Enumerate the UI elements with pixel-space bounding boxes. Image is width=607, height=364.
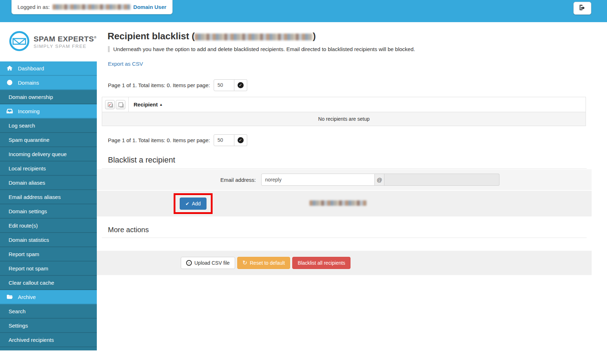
email-domain-redacted xyxy=(309,200,367,206)
sidebar-item-domain-settings[interactable]: Domain settings xyxy=(0,204,97,219)
sidebar-item-domains[interactable]: Domains xyxy=(0,76,97,90)
home-icon xyxy=(6,65,13,71)
pagination-top: Page 1 of 1. Total items: 0. Items per p… xyxy=(108,79,592,91)
logged-in-box: Logged in as: Domain User xyxy=(11,0,173,14)
sidebar-item-report-spam[interactable]: Report spam xyxy=(0,247,97,261)
sidebar-item-incoming[interactable]: Incoming xyxy=(0,104,97,119)
sidebar-item-archive[interactable]: Archive xyxy=(0,290,97,304)
sidebar-item-partial[interactable] xyxy=(0,347,97,350)
sidebar-item-label: Spam quarantine xyxy=(9,137,49,143)
blacklist-all-button[interactable]: Blacklist all recipients xyxy=(292,257,350,269)
globe-icon xyxy=(6,79,13,86)
highlight-box: ✔Add xyxy=(174,193,213,214)
apply-per-page-button[interactable]: ✓ xyxy=(234,79,247,91)
sidebar-item-label: Domain statistics xyxy=(9,237,49,243)
sidebar-item-label: Clear callout cache xyxy=(9,280,54,286)
at-sign-addon: @ xyxy=(375,174,384,186)
sidebar-item-label: Domain ownership xyxy=(9,94,53,100)
recipient-table: ✓ Recipient ▲ No recipients are setup xyxy=(102,97,586,126)
logout-button[interactable] xyxy=(573,2,591,15)
upload-csv-button[interactable]: ↑Upload CSV file xyxy=(181,257,235,269)
sidebar-item-dashboard[interactable]: Dashboard xyxy=(0,61,97,76)
email-address-label: Email address: xyxy=(97,177,261,183)
pagination-text: Page 1 of 1. Total items: 0. Items per p… xyxy=(108,137,210,143)
sidebar-item-label: Search xyxy=(9,308,26,314)
sidebar-item-domain-ownership[interactable]: Domain ownership xyxy=(0,90,97,104)
export-csv-link[interactable]: Export as CSV xyxy=(108,61,143,67)
selection-cell: ✓ xyxy=(102,97,129,112)
email-local-part-input[interactable] xyxy=(261,174,375,186)
email-form-row: Email address: @ xyxy=(97,169,592,190)
empty-message: No recipients are setup xyxy=(102,112,586,126)
apply-per-page-button[interactable]: ✓ xyxy=(234,134,247,146)
sidebar-item-email-address-aliases[interactable]: Email address aliases xyxy=(0,190,97,204)
domain-redacted xyxy=(195,34,313,40)
pagination-bottom: Page 1 of 1. Total items: 0. Items per p… xyxy=(108,134,592,146)
sidebar-item-label: Report not spam xyxy=(9,265,48,271)
check-circle-icon: ✓ xyxy=(238,82,244,88)
sidebar-item-label: Dashboard xyxy=(18,65,44,71)
items-per-page-input[interactable] xyxy=(214,79,234,91)
sidebar: SPAM EXPERTS® SIMPLY SPAM FREE Dashboard… xyxy=(0,22,97,364)
sidebar-item-label: Email address aliases xyxy=(9,194,61,200)
spamexperts-logo-icon xyxy=(9,31,29,53)
sidebar-item-edit-routes[interactable]: Edit route(s) xyxy=(0,219,97,233)
brand-name: SPAM EXPERTS® xyxy=(34,35,96,43)
page-description: Underneath you have the option to add an… xyxy=(108,46,592,52)
sidebar-item-report-not-spam[interactable]: Report not spam xyxy=(0,261,97,276)
table-header-row: ✓ Recipient ▲ xyxy=(102,97,586,112)
pagination-text: Page 1 of 1. Total items: 0. Items per p… xyxy=(108,82,210,88)
table-empty-row: No recipients are setup xyxy=(102,112,586,126)
sidebar-item-label: Domains xyxy=(18,80,39,86)
top-bar: Logged in as: Domain User xyxy=(0,0,607,22)
sidebar-item-spam-quarantine[interactable]: Spam quarantine xyxy=(0,133,97,147)
add-button[interactable]: ✔Add xyxy=(180,198,207,210)
check-circle-icon: ✓ xyxy=(238,137,244,143)
more-actions-row: ↑Upload CSV file ↻Reset to default Black… xyxy=(97,251,592,275)
upload-icon: ↑ xyxy=(186,260,192,266)
logout-icon xyxy=(578,4,586,13)
sidebar-item-search[interactable]: Search xyxy=(0,304,97,319)
sidebar-item-label: Settings xyxy=(9,323,28,329)
brand-tagline: SIMPLY SPAM FREE xyxy=(34,44,96,49)
registered-mark: ® xyxy=(94,36,96,39)
sidebar-item-label: Incoming delivery queue xyxy=(9,151,67,157)
sidebar-item-clear-callout-cache[interactable]: Clear callout cache xyxy=(0,276,97,290)
sidebar-item-label: Edit route(s) xyxy=(9,223,38,229)
sidebar-item-log-search[interactable]: Log search xyxy=(0,119,97,133)
logged-in-role: Domain User xyxy=(133,4,166,10)
sort-ascending-icon: ▲ xyxy=(159,103,163,106)
logged-in-label: Logged in as: xyxy=(18,4,50,10)
sidebar-item-label: Domain settings xyxy=(9,208,47,214)
main-content: Recipient blacklist () Underneath you ha… xyxy=(97,22,592,364)
more-actions-heading: More actions xyxy=(108,226,592,238)
sidebar-item-settings[interactable]: Settings xyxy=(0,319,97,333)
folder-open-icon xyxy=(6,294,13,300)
sidebar-menu: Dashboard Domains Domain ownership Incom… xyxy=(0,61,97,350)
recipient-column-header[interactable]: Recipient ▲ xyxy=(129,97,586,112)
blacklist-form-heading: Blacklist a recipient xyxy=(108,155,592,168)
inbox-icon xyxy=(6,108,13,114)
sidebar-item-label: Incoming xyxy=(18,108,40,114)
sidebar-item-archived-recipients[interactable]: Archived recipients xyxy=(0,333,97,347)
sidebar-item-label: Domain aliases xyxy=(9,180,45,186)
divider xyxy=(102,168,587,169)
logo: SPAM EXPERTS® SIMPLY SPAM FREE xyxy=(0,22,97,61)
logged-in-email-redacted xyxy=(53,4,130,10)
sidebar-item-label: Report spam xyxy=(9,251,39,257)
sidebar-item-label: Archive xyxy=(18,294,36,300)
reset-default-button[interactable]: ↻Reset to default xyxy=(237,257,290,269)
empty-checkbox-icon xyxy=(119,103,123,107)
deselect-all-button[interactable] xyxy=(116,100,125,109)
refresh-icon: ↻ xyxy=(243,260,247,265)
sidebar-item-label: Log search xyxy=(9,123,35,129)
sidebar-item-local-recipients[interactable]: Local recipients xyxy=(0,161,97,176)
sidebar-item-incoming-delivery-queue[interactable]: Incoming delivery queue xyxy=(0,147,97,161)
sidebar-item-label: Archived recipients xyxy=(9,337,54,343)
divider xyxy=(102,238,587,238)
check-icon: ✔ xyxy=(185,201,189,206)
sidebar-item-domain-statistics[interactable]: Domain statistics xyxy=(0,233,97,247)
sidebar-item-domain-aliases[interactable]: Domain aliases xyxy=(0,176,97,190)
select-all-button[interactable]: ✓ xyxy=(105,100,115,109)
items-per-page-input[interactable] xyxy=(214,134,234,146)
